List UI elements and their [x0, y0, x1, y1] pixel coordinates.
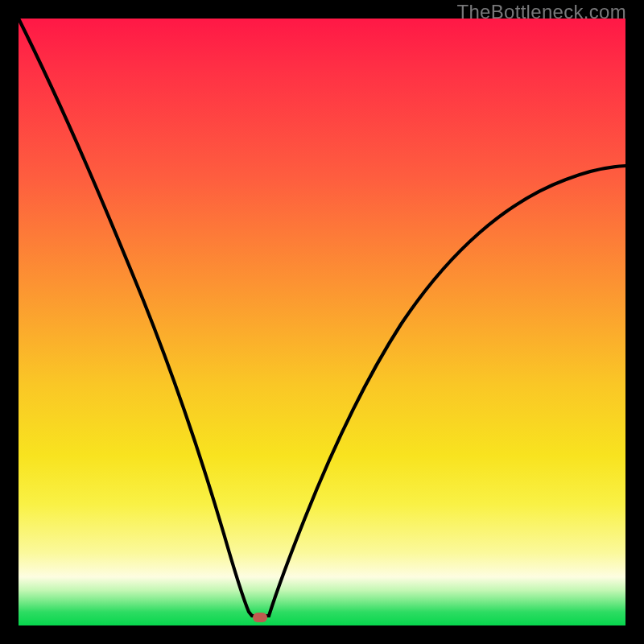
curve-path — [19, 19, 625, 616]
watermark-text: TheBottleneck.com — [456, 1, 626, 23]
plot-area — [19, 19, 625, 625]
outer-frame: TheBottleneck.com — [0, 0, 644, 644]
bottleneck-curve — [19, 19, 625, 625]
optimum-marker — [253, 613, 267, 622]
